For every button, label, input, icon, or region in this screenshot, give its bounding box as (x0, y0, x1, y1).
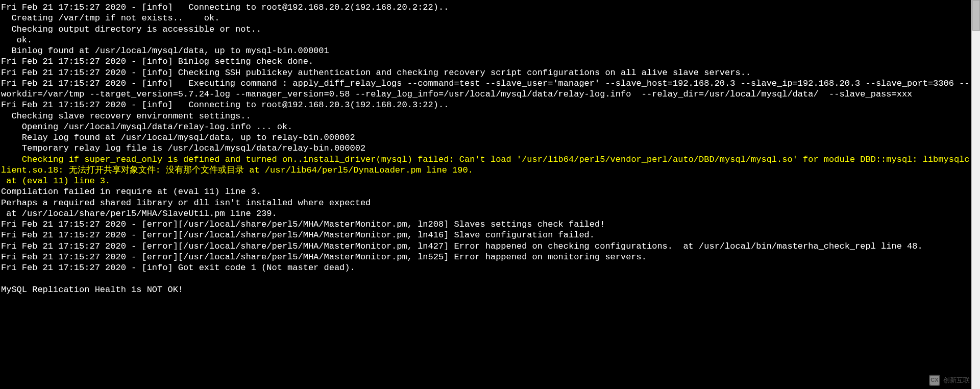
log-line: Compilation failed in require at (eval 1… (1, 186, 970, 197)
log-line: Fri Feb 21 17:15:27 2020 - [info] Checki… (1, 67, 970, 78)
terminal-output: Fri Feb 21 17:15:27 2020 - [info] Connec… (0, 0, 971, 389)
log-line: Fri Feb 21 17:15:27 2020 - [info] Execut… (1, 78, 970, 100)
watermark-logo-icon: CX (929, 375, 940, 386)
log-line: Fri Feb 21 17:15:27 2020 - [info] Got ex… (1, 262, 970, 273)
log-line: at (eval 11) line 3. (1, 176, 970, 186)
log-line: Perhaps a required shared library or dll… (1, 198, 970, 208)
vertical-scrollbar[interactable]: ▴ (971, 0, 980, 389)
log-line: Opening /usr/local/mysql/data/relay-log.… (1, 121, 970, 132)
log-line: Checking output directory is accessible … (1, 24, 970, 35)
watermark: CX 创新互联 (929, 375, 970, 386)
log-line: Fri Feb 21 17:15:27 2020 - [error][/usr/… (1, 219, 970, 230)
log-line: ok. (1, 35, 970, 45)
log-line: Temporary relay log file is /usr/local/m… (1, 143, 970, 154)
log-line: Fri Feb 21 17:15:27 2020 - [error][/usr/… (1, 241, 970, 252)
log-line (1, 273, 970, 284)
log-line: Fri Feb 21 17:15:27 2020 - [info] Binlog… (1, 56, 970, 67)
log-line: Binlog found at /usr/local/mysql/data, u… (1, 45, 970, 56)
log-line: Fri Feb 21 17:15:27 2020 - [info] Connec… (1, 2, 970, 13)
log-line: Relay log found at /usr/local/mysql/data… (1, 132, 970, 143)
log-line: MySQL Replication Health is NOT OK! (1, 284, 970, 295)
log-line: Checking slave recovery environment sett… (1, 111, 970, 121)
log-line: Fri Feb 21 17:15:27 2020 - [info] Connec… (1, 100, 970, 110)
scrollbar-thumb[interactable] (972, 0, 980, 31)
watermark-label: 创新互联 (943, 376, 970, 384)
log-line: at /usr/local/share/perl5/MHA/SlaveUtil.… (1, 208, 970, 219)
log-line: Checking if super_read_only is defined a… (1, 154, 970, 176)
log-line: Creating /var/tmp if not exists.. ok. (1, 13, 970, 23)
log-line: Fri Feb 21 17:15:27 2020 - [error][/usr/… (1, 230, 970, 240)
log-line: Fri Feb 21 17:15:27 2020 - [error][/usr/… (1, 252, 970, 262)
